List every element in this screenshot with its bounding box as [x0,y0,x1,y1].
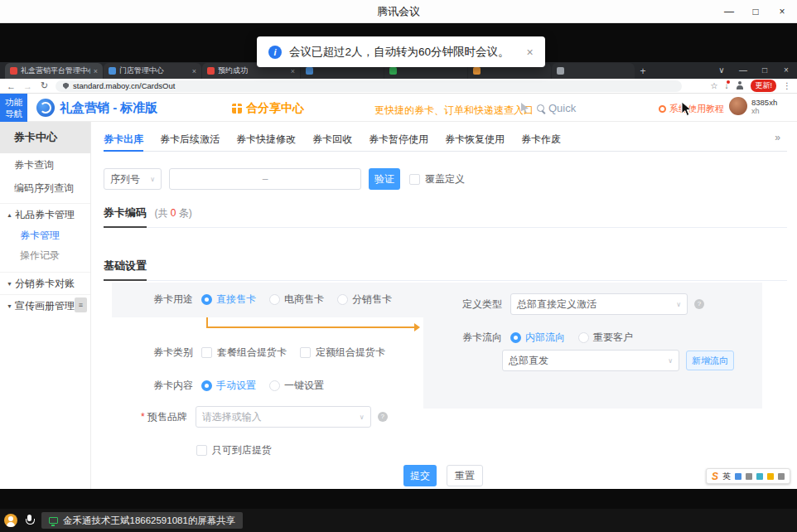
update-button[interactable]: 更新! [751,80,776,92]
microphone-icon[interactable] [24,514,35,527]
checkbox-icon[interactable] [201,347,212,358]
radio-icon[interactable] [337,294,348,305]
sidebar-drag-handle[interactable]: ≡ [75,297,87,312]
bulb-icon [659,105,666,113]
screen-share-text: 金禾通技术王斌18662591081的屏幕共享 [63,515,235,527]
download-icon[interactable]: ↓ [724,81,728,90]
keyboard-icon[interactable] [746,473,752,480]
tabs-more-icon[interactable]: » [775,132,780,143]
ime-toolbar: S 英 [706,468,790,484]
help-icon[interactable]: ? [378,412,388,422]
tab-card-void[interactable]: 券卡作废 [521,128,561,152]
sidebar-item-card-manage[interactable]: 券卡管理 [0,225,90,245]
sidebar-group-gift-cards[interactable]: ▲ 礼品券卡管理 [0,203,90,225]
define-type-select[interactable]: 总部直接定义激活 ∨ [510,293,688,315]
store-only-checkbox[interactable] [196,445,207,456]
content-option-onekey[interactable]: 一键设置 [269,379,324,393]
reset-button[interactable]: 重置 [447,465,483,486]
toolbox-icon[interactable] [767,473,774,480]
search-icon [537,104,544,112]
flow-target-select[interactable]: 总部直发 ∨ [502,350,679,371]
presale-brand-select[interactable]: 请选择或输入 ∨ [196,406,371,428]
url-input[interactable]: standard.maboy.cn/CardsOut [56,80,682,92]
browser-maximize-icon[interactable]: □ [754,62,775,79]
chevron-down-icon: ∨ [676,301,681,308]
clipboard-icon[interactable] [756,473,763,480]
content-option-manual[interactable]: 手动设置 [201,379,256,393]
menu-icon[interactable]: ⋮ [783,81,791,90]
tab-card-pause[interactable]: 券卡暂停使用 [369,128,428,152]
sidebar-item-op-record[interactable]: 操作记录 [0,245,90,265]
content-option-label: 一键设置 [284,379,324,393]
store-only-row[interactable]: 只可到店提货 [196,443,272,457]
quick-search-button[interactable]: Quick [537,102,576,114]
sidebar-item-card-query[interactable]: 券卡查询 [0,153,90,177]
chevron-down-icon[interactable]: ∨ [711,62,732,79]
tab-card-recycle[interactable]: 券卡回收 [312,128,352,152]
new-tab-button[interactable]: + [635,64,650,79]
tab-card-activate[interactable]: 券卡后续激活 [160,128,220,152]
forward-icon[interactable]: → [22,81,33,91]
radio-icon[interactable] [269,380,280,391]
back-icon[interactable]: ← [6,81,17,91]
add-flow-button[interactable]: 新增流向 [686,351,734,370]
radio-selected-icon[interactable] [510,332,521,343]
category-option-package[interactable]: 套餐组合提货卡 [201,346,287,360]
sidebar-group-distribution[interactable]: ▼ 分销券卡对账 [0,272,90,294]
function-nav-button[interactable]: 功能 导航 [0,94,27,122]
help-icon[interactable]: ? [694,299,704,309]
usage-option-direct[interactable]: 直接售卡 [201,293,256,307]
usage-option-distribution[interactable]: 分销售卡 [337,293,392,307]
flow-option-vip[interactable]: 重要客户 [578,331,633,345]
required-asterisk: * [141,411,145,423]
toast-close-icon[interactable]: × [527,46,534,59]
tab-favicon [473,67,481,75]
card-usage-row: 券卡用途 直接售卡 电商售卡 分销售卡 [153,293,405,307]
serial-type-select[interactable]: 序列号 ∨ [104,168,162,190]
share-center-link[interactable]: 合分享中心 [232,101,304,116]
tab-favicon [389,67,397,75]
browser-tab-active[interactable]: 礼盒营销平台管理中心 × [5,63,103,79]
tab-close-icon[interactable]: × [192,67,196,75]
category-option-fixed[interactable]: 定额组合提货卡 [300,346,385,360]
radio-icon[interactable] [269,294,280,305]
browser-address-bar: ← → ↻ standard.maboy.cn/CardsOut ☆ ↓ 更新!… [0,79,797,94]
tab-card-resume[interactable]: 券卡恢复使用 [445,128,505,152]
settings-icon[interactable] [778,473,785,480]
radio-icon[interactable] [578,332,589,343]
maximize-icon[interactable]: □ [742,0,769,23]
refresh-icon[interactable]: ↻ [39,80,50,91]
tab-card-outbound[interactable]: 券卡出库 [104,128,143,152]
sidebar-item-code-query[interactable]: 编码序列查询 [0,177,90,200]
radio-selected-icon[interactable] [201,294,212,305]
browser-minimize-icon[interactable]: — [732,62,754,79]
usage-option-ecommerce[interactable]: 电商售卡 [269,293,324,307]
mic-icon[interactable] [735,473,741,480]
checkbox-icon[interactable] [300,347,311,358]
serial-range-input[interactable] [169,168,361,190]
tab-card-quick-edit[interactable]: 券卡快捷修改 [236,128,296,152]
sogou-logo-icon[interactable]: S [712,471,718,482]
browser-close-icon[interactable]: × [775,62,797,79]
browser-tab[interactable]: 门店管理中心 × [104,63,201,79]
minimize-icon[interactable]: — [716,0,742,23]
sidebar-group-label: 礼品券卡管理 [15,208,75,222]
close-icon[interactable]: × [769,0,795,23]
user-account[interactable]: 8385xh xh [729,97,777,115]
flow-option-internal[interactable]: 内部流向 [510,331,565,345]
override-checkbox[interactable] [409,174,420,185]
tab-close-icon[interactable]: × [291,67,295,75]
browser-tab[interactable] [552,63,635,79]
chevron-down-icon: ∨ [668,357,673,365]
submit-button[interactable]: 提交 [403,465,437,486]
verify-button[interactable]: 验证 [369,168,400,190]
tab-close-icon[interactable]: × [94,67,98,75]
radio-selected-icon[interactable] [201,380,212,391]
quick-entry-link[interactable]: 更快捷的券卡、订单和快递速查入口 [374,104,534,118]
profile-icon[interactable] [735,81,744,90]
define-type-row: 定义类型 总部直接定义激活 ∨ ? [462,293,704,315]
triangle-down-icon: ▼ [7,281,12,287]
bookmark-star-icon[interactable]: ☆ [711,81,718,90]
ime-language-label[interactable]: 英 [722,471,731,482]
browser-window-controls: ∨ — □ × [711,62,797,79]
